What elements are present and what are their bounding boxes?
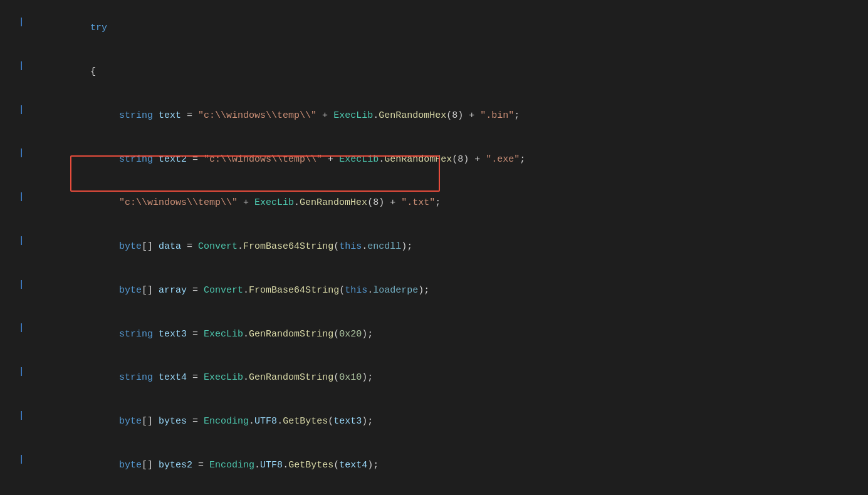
line-content: string text3 = ExecLib.GenRandomString(0… (50, 312, 868, 356)
line-content: string text2 = "c:\\windows\\temp\\" + E… (50, 137, 868, 181)
code-line: | byte[] bytes = Encoding.UTF8.GetBytes(… (0, 400, 868, 444)
gutter-indicator: | (19, 365, 24, 379)
gutter-indicator: | (19, 321, 24, 335)
code-line: | { (0, 50, 868, 94)
code-line: | byte[] array = Convert.FromBase64Strin… (0, 269, 868, 313)
code-line: | string text2 = "c:\\windows\\temp\\" +… (0, 137, 868, 181)
gutter-indicator: | (19, 234, 24, 248)
line-content: byte[] array2 = ExecLib.Encrypt(data, by… (50, 487, 868, 495)
gutter-indicator: | (19, 103, 24, 117)
line-content: byte[] bytes2 = Encoding.UTF8.GetBytes(t… (50, 444, 868, 487)
line-content: byte[] array = Convert.FromBase64String(… (50, 269, 868, 313)
code-line-highlighted-1: | string text3 = ExecLib.GenRandomString… (0, 312, 868, 356)
gutter-indicator: | (19, 278, 24, 292)
code-line-highlighted-2: | string text4 = ExecLib.GenRandomString… (0, 356, 868, 400)
line-content: { (50, 50, 868, 94)
line-content: try (50, 6, 868, 50)
code-editor: | try | { | string text = "c:\\windows\\… (0, 0, 868, 495)
line-content: byte[] data = Convert.FromBase64String(t… (50, 225, 868, 269)
code-line: | string text = "c:\\windows\\temp\\" + … (0, 94, 868, 138)
gutter-indicator: | (19, 147, 24, 160)
gutter-indicator: | (19, 60, 24, 73)
gutter-indicator: | (19, 16, 24, 29)
code-line: | byte[] array2 = ExecLib.Encrypt(data, … (0, 487, 868, 495)
code-line: | byte[] data = Convert.FromBase64String… (0, 225, 868, 269)
code-line: | try (0, 6, 868, 50)
gutter-indicator: | (19, 190, 24, 204)
line-content: byte[] bytes = Encoding.UTF8.GetBytes(te… (50, 400, 868, 444)
code-line: | "c:\\windows\\temp\\" + ExecLib.GenRan… (0, 181, 868, 225)
gutter-indicator: | (19, 453, 24, 467)
line-content: string text = "c:\\windows\\temp\\" + Ex… (50, 94, 868, 138)
gutter-indicator: | (19, 409, 24, 423)
code-line: | byte[] bytes2 = Encoding.UTF8.GetBytes… (0, 444, 868, 487)
line-content: string text4 = ExecLib.GenRandomString(0… (50, 356, 868, 400)
line-content: "c:\\windows\\temp\\" + ExecLib.GenRando… (50, 181, 868, 225)
